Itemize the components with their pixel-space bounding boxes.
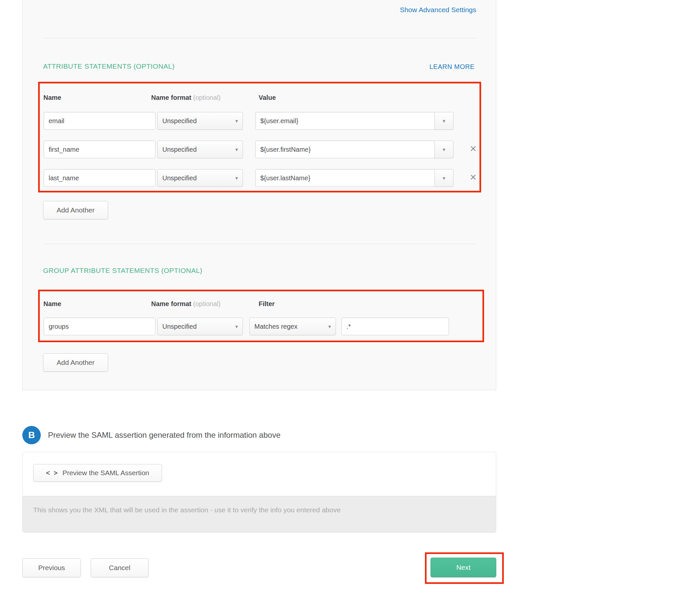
attribute-name-input[interactable]: [44, 112, 155, 130]
preview-help-footer: This shows you the XML that will be used…: [23, 496, 496, 532]
divider: [43, 38, 477, 38]
filter-type-select[interactable]: Matches regex ▾: [249, 317, 336, 335]
chevron-down-icon: ▾: [443, 147, 445, 153]
filter-type-selected-value: Matches regex: [254, 323, 297, 330]
group-attribute-statements-title: GROUP ATTRIBUTE STATEMENTS (OPTIONAL): [43, 267, 202, 275]
previous-button[interactable]: Previous: [22, 558, 81, 577]
name-format-select[interactable]: Unspecified ▾: [157, 317, 243, 335]
group-attribute-row: Unspecified ▾ Matches regex ▾: [23, 317, 497, 335]
attribute-value-input[interactable]: [255, 140, 435, 158]
value-dropdown-button[interactable]: ▾: [434, 140, 453, 158]
attribute-name-input[interactable]: [44, 169, 155, 187]
attribute-row: Unspecified ▾ ▾ ✕: [23, 169, 497, 187]
preview-assertion-card: < > Preview the SAML Assertion This show…: [22, 452, 496, 533]
name-format-select[interactable]: Unspecified ▾: [157, 112, 243, 130]
saml-settings-card: Show Advanced Settings ATTRIBUTE STATEME…: [22, 0, 496, 390]
name-format-selected-value: Unspecified: [162, 174, 197, 182]
divider: [43, 244, 477, 244]
chevron-down-icon: ▾: [443, 118, 445, 124]
add-another-button[interactable]: Add Another: [43, 354, 108, 372]
show-advanced-settings-link[interactable]: Show Advanced Settings: [400, 6, 476, 14]
filter-value-input[interactable]: [342, 317, 449, 335]
name-column-header: Name: [43, 300, 61, 308]
preview-help-text: This shows you the XML that will be used…: [33, 506, 341, 514]
name-column-header: Name: [43, 94, 61, 102]
chevron-down-icon: ▾: [235, 147, 238, 153]
chevron-down-icon: ▾: [235, 175, 238, 181]
saml-settings-page: Show Advanced Settings ATTRIBUTE STATEME…: [0, 0, 700, 599]
attribute-statements-title: ATTRIBUTE STATEMENTS (OPTIONAL): [43, 62, 175, 70]
add-another-button[interactable]: Add Another: [43, 201, 108, 219]
chevron-down-icon: ▾: [328, 323, 331, 330]
value-dropdown-button[interactable]: ▾: [434, 169, 453, 187]
name-format-select[interactable]: Unspecified ▾: [157, 169, 243, 187]
name-format-selected-value: Unspecified: [162, 323, 197, 330]
chevron-down-icon: ▾: [235, 118, 238, 124]
remove-row-icon[interactable]: ✕: [470, 173, 477, 182]
attribute-row: Unspecified ▾ ▾: [23, 112, 497, 130]
value-column-header: Value: [259, 94, 276, 102]
value-dropdown-button[interactable]: ▾: [434, 112, 453, 130]
filter-column-header: Filter: [259, 300, 275, 308]
preview-saml-assertion-button[interactable]: < > Preview the SAML Assertion: [33, 464, 162, 482]
chevron-down-icon: ▾: [235, 323, 238, 330]
code-brackets-icon: < >: [46, 469, 58, 477]
remove-row-icon[interactable]: ✕: [470, 145, 477, 153]
name-format-selected-value: Unspecified: [162, 146, 197, 153]
group-name-input[interactable]: [44, 317, 155, 335]
learn-more-link[interactable]: LEARN MORE: [429, 63, 475, 71]
attribute-value-input[interactable]: [255, 112, 435, 130]
name-format-selected-value: Unspecified: [162, 117, 197, 125]
attribute-value-input[interactable]: [255, 169, 435, 187]
chevron-down-icon: ▾: [443, 175, 445, 181]
name-format-column-header: Name format (optional): [151, 94, 221, 102]
cancel-button[interactable]: Cancel: [91, 558, 149, 577]
name-format-select[interactable]: Unspecified ▾: [157, 140, 243, 158]
next-button[interactable]: Next: [430, 557, 496, 577]
attribute-row: Unspecified ▾ ▾ ✕: [23, 140, 497, 158]
attribute-name-input[interactable]: [44, 140, 155, 158]
name-format-column-header: Name format (optional): [151, 300, 221, 308]
step-b-badge: B: [22, 426, 41, 444]
step-b-heading: Preview the SAML assertion generated fro…: [48, 431, 280, 440]
